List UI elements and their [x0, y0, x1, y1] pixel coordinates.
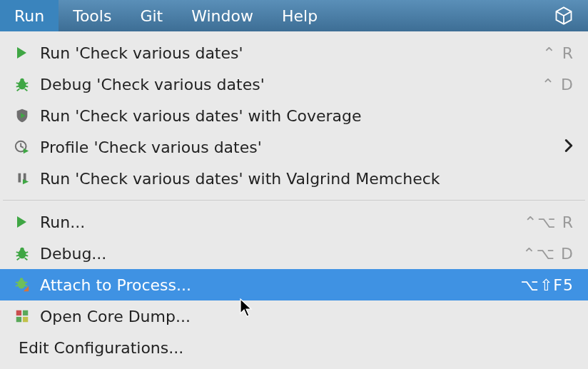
attach-process-icon [14, 277, 40, 293]
menubar-label: Help [282, 7, 318, 25]
svg-line-19 [16, 282, 19, 283]
menu-item-edit-configurations[interactable]: Edit Configurations... [0, 332, 588, 363]
menu-item-label: Open Core Dump... [40, 308, 191, 325]
menu-item-run-valgrind[interactable]: Run 'Check various dates' with Valgrind … [0, 163, 588, 194]
svg-line-14 [26, 256, 29, 256]
menu-item-shortcut: ⌥⇧F5 [521, 276, 574, 294]
svg-point-1 [20, 79, 24, 83]
menu-item-run-coverage[interactable]: Run 'Check various dates' with Coverage [0, 100, 588, 131]
valgrind-icon [14, 171, 40, 186]
menu-item-label: Run... [40, 213, 85, 231]
menu-item-debug-config[interactable]: Debug 'Check various dates' ⌃ D [0, 69, 588, 100]
menu-item-shortcut: ⌃ D [542, 76, 574, 93]
clock-play-icon [14, 139, 40, 155]
menubar-label: Window [191, 7, 253, 25]
svg-line-22 [25, 285, 28, 286]
menu-item-label: Run 'Check various dates' [40, 44, 243, 62]
play-icon [14, 46, 40, 60]
svg-point-10 [20, 248, 24, 252]
svg-line-7 [25, 89, 28, 91]
svg-line-4 [16, 86, 19, 87]
svg-point-18 [20, 278, 24, 281]
menu-item-profile[interactable]: Profile 'Check various dates' [0, 131, 588, 163]
svg-line-3 [26, 83, 29, 84]
svg-rect-24 [23, 310, 28, 315]
svg-line-12 [26, 252, 29, 253]
menubar-item-help[interactable]: Help [268, 0, 332, 31]
menu-item-label: Run 'Check various dates' with Coverage [40, 107, 362, 125]
svg-line-21 [16, 285, 19, 286]
menu-item-label: Run 'Check various dates' with Valgrind … [40, 170, 440, 188]
menubar-item-git[interactable]: Git [126, 0, 177, 31]
menubar-label: Run [14, 7, 44, 25]
svg-line-6 [17, 89, 20, 91]
menubar: Run Tools Git Window Help [0, 0, 588, 31]
run-menu-dropdown: Run 'Check various dates' ⌃ R Debug 'Che… [0, 31, 588, 363]
menubar-item-run[interactable]: Run [0, 0, 59, 31]
bug-icon [14, 246, 40, 261]
menu-item-shortcut: ⌃⌥ R [524, 213, 574, 231]
core-dump-icon [14, 308, 40, 324]
menu-item-shortcut: ⌃⌥ D [522, 245, 574, 263]
menubar-item-tools[interactable]: Tools [59, 0, 126, 31]
svg-line-11 [16, 252, 19, 253]
menu-item-run[interactable]: Run... ⌃⌥ R [0, 206, 588, 238]
svg-line-20 [25, 282, 28, 283]
menu-item-open-core-dump[interactable]: Open Core Dump... [0, 300, 588, 332]
svg-rect-23 [16, 310, 21, 315]
bug-icon [14, 76, 40, 92]
menu-item-label: Edit Configurations... [19, 339, 183, 357]
svg-rect-25 [16, 317, 21, 322]
menu-item-label: Profile 'Check various dates' [40, 138, 262, 156]
cube-icon[interactable] [539, 6, 588, 26]
svg-line-15 [17, 258, 20, 260]
menu-item-run-config[interactable]: Run 'Check various dates' ⌃ R [0, 37, 588, 69]
svg-line-13 [16, 256, 19, 256]
menu-item-debug[interactable]: Debug... ⌃⌥ D [0, 238, 588, 269]
svg-line-16 [25, 258, 28, 260]
svg-line-5 [26, 86, 29, 87]
menubar-label: Git [140, 7, 163, 25]
menu-separator [3, 200, 585, 201]
menubar-label: Tools [73, 7, 111, 25]
play-icon [14, 215, 40, 229]
menu-item-label: Debug 'Check various dates' [40, 76, 265, 93]
menu-item-shortcut: ⌃ R [542, 44, 574, 62]
svg-line-2 [16, 83, 19, 84]
shield-play-icon [14, 108, 40, 123]
menu-item-label: Attach to Process... [40, 276, 191, 294]
menu-item-label: Debug... [40, 245, 106, 263]
menubar-item-window[interactable]: Window [177, 0, 268, 31]
svg-rect-26 [23, 317, 28, 322]
menu-item-attach-to-process[interactable]: Attach to Process... ⌥⇧F5 [0, 269, 588, 300]
chevron-right-icon [564, 138, 574, 156]
